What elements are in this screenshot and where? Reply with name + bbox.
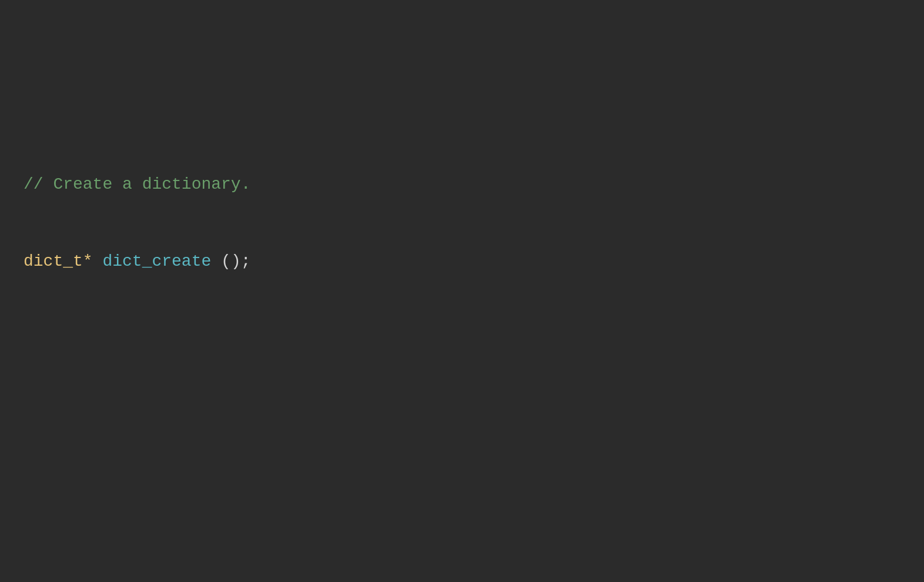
section-create: // Create a dictionary. dict_t* dict_cre…	[24, 121, 900, 325]
section-destroy: // Free a dictionary. void dict_destroy …	[24, 531, 900, 582]
code-container: // Create a dictionary. dict_t* dict_cre…	[24, 19, 900, 582]
comment-create: // Create a dictionary.	[24, 172, 900, 197]
code-create: dict_t* dict_create ();	[24, 249, 900, 274]
